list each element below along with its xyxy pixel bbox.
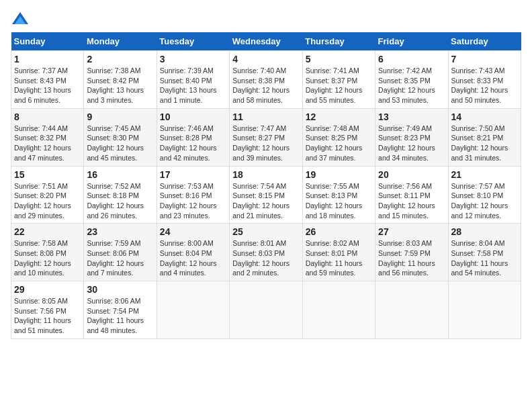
day-detail: Sunrise: 8:04 AMSunset: 7:58 PMDaylight:… xyxy=(451,238,518,278)
day-detail: Sunrise: 7:52 AMSunset: 8:18 PMDaylight:… xyxy=(87,181,153,221)
day-number: 27 xyxy=(378,226,445,237)
day-number: 2 xyxy=(87,54,153,64)
day-cell-4: 4Sunrise: 7:40 AMSunset: 8:38 PMDaylight… xyxy=(230,51,302,109)
calendar-table: SundayMondayTuesdayWednesdayThursdayFrid… xyxy=(11,32,521,339)
day-cell-14: 14Sunrise: 7:50 AMSunset: 8:21 PMDayligh… xyxy=(448,108,521,166)
day-cell-2: 2Sunrise: 7:38 AMSunset: 8:42 PMDaylight… xyxy=(84,51,157,109)
day-detail: Sunrise: 7:46 AMSunset: 8:28 PMDaylight:… xyxy=(160,124,226,163)
day-number: 17 xyxy=(160,169,226,180)
week-row-4: 22Sunrise: 7:58 AMSunset: 8:08 PMDayligh… xyxy=(11,224,521,281)
day-detail: Sunrise: 7:50 AMSunset: 8:21 PMDaylight:… xyxy=(451,124,518,163)
day-detail: Sunrise: 7:56 AMSunset: 8:11 PMDaylight:… xyxy=(378,181,445,221)
empty-cell xyxy=(302,281,375,339)
day-cell-23: 23Sunrise: 7:59 AMSunset: 8:06 PMDayligh… xyxy=(84,224,157,281)
day-detail: Sunrise: 7:38 AMSunset: 8:42 PMDaylight:… xyxy=(87,66,153,105)
day-cell-24: 24Sunrise: 8:00 AMSunset: 8:04 PMDayligh… xyxy=(157,224,229,281)
day-number: 16 xyxy=(87,169,153,180)
day-cell-15: 15Sunrise: 7:51 AMSunset: 8:20 PMDayligh… xyxy=(11,166,84,224)
day-number: 15 xyxy=(14,169,81,180)
day-detail: Sunrise: 8:01 AMSunset: 8:03 PMDaylight:… xyxy=(232,238,299,278)
empty-cell xyxy=(448,281,521,339)
day-detail: Sunrise: 7:53 AMSunset: 8:16 PMDaylight:… xyxy=(160,181,226,221)
col-header-thursday: Thursday xyxy=(302,32,375,51)
day-detail: Sunrise: 8:05 AMSunset: 7:56 PMDaylight:… xyxy=(14,296,81,336)
day-number: 30 xyxy=(87,284,153,295)
day-number: 3 xyxy=(160,54,226,64)
day-number: 8 xyxy=(14,111,81,122)
empty-cell xyxy=(230,281,302,339)
day-cell-5: 5Sunrise: 7:41 AMSunset: 8:37 PMDaylight… xyxy=(302,51,375,109)
day-number: 24 xyxy=(160,226,226,237)
day-cell-29: 29Sunrise: 8:05 AMSunset: 7:56 PMDayligh… xyxy=(11,281,84,339)
day-number: 4 xyxy=(232,54,299,64)
day-cell-18: 18Sunrise: 7:54 AMSunset: 8:15 PMDayligh… xyxy=(230,166,302,224)
day-number: 5 xyxy=(306,54,372,64)
col-header-friday: Friday xyxy=(375,32,448,51)
day-detail: Sunrise: 7:58 AMSunset: 8:08 PMDaylight:… xyxy=(14,238,81,278)
col-header-monday: Monday xyxy=(84,32,157,51)
day-cell-25: 25Sunrise: 8:01 AMSunset: 8:03 PMDayligh… xyxy=(230,224,302,281)
week-row-3: 15Sunrise: 7:51 AMSunset: 8:20 PMDayligh… xyxy=(11,166,521,224)
day-detail: Sunrise: 8:03 AMSunset: 7:59 PMDaylight:… xyxy=(378,238,445,278)
day-detail: Sunrise: 7:51 AMSunset: 8:20 PMDaylight:… xyxy=(14,181,81,221)
day-cell-13: 13Sunrise: 7:49 AMSunset: 8:23 PMDayligh… xyxy=(375,108,448,166)
header-row: SundayMondayTuesdayWednesdayThursdayFrid… xyxy=(11,32,521,51)
week-row-2: 8Sunrise: 7:44 AMSunset: 8:32 PMDaylight… xyxy=(11,108,521,166)
day-number: 21 xyxy=(451,169,518,180)
day-cell-22: 22Sunrise: 7:58 AMSunset: 8:08 PMDayligh… xyxy=(11,224,84,281)
day-cell-28: 28Sunrise: 8:04 AMSunset: 7:58 PMDayligh… xyxy=(448,224,521,281)
day-number: 20 xyxy=(378,169,445,180)
day-detail: Sunrise: 7:39 AMSunset: 8:40 PMDaylight:… xyxy=(160,66,226,105)
day-cell-17: 17Sunrise: 7:53 AMSunset: 8:16 PMDayligh… xyxy=(157,166,229,224)
day-cell-11: 11Sunrise: 7:47 AMSunset: 8:27 PMDayligh… xyxy=(230,108,302,166)
day-cell-12: 12Sunrise: 7:48 AMSunset: 8:25 PMDayligh… xyxy=(302,108,375,166)
empty-cell xyxy=(375,281,448,339)
day-number: 9 xyxy=(87,111,153,122)
day-detail: Sunrise: 7:54 AMSunset: 8:15 PMDaylight:… xyxy=(232,181,299,221)
week-row-1: 1Sunrise: 7:37 AMSunset: 8:43 PMDaylight… xyxy=(11,51,521,109)
day-detail: Sunrise: 7:44 AMSunset: 8:32 PMDaylight:… xyxy=(14,124,81,163)
day-number: 28 xyxy=(451,226,518,237)
day-detail: Sunrise: 7:40 AMSunset: 8:38 PMDaylight:… xyxy=(232,66,299,105)
day-cell-10: 10Sunrise: 7:46 AMSunset: 8:28 PMDayligh… xyxy=(157,108,229,166)
day-detail: Sunrise: 8:06 AMSunset: 7:54 PMDaylight:… xyxy=(87,296,153,336)
empty-cell xyxy=(157,281,229,339)
week-row-5: 29Sunrise: 8:05 AMSunset: 7:56 PMDayligh… xyxy=(11,281,521,339)
day-number: 26 xyxy=(306,226,372,237)
day-number: 19 xyxy=(306,169,372,180)
day-detail: Sunrise: 7:41 AMSunset: 8:37 PMDaylight:… xyxy=(306,66,372,105)
day-cell-1: 1Sunrise: 7:37 AMSunset: 8:43 PMDaylight… xyxy=(11,51,84,109)
day-cell-27: 27Sunrise: 8:03 AMSunset: 7:59 PMDayligh… xyxy=(375,224,448,281)
day-number: 6 xyxy=(378,54,445,64)
day-number: 22 xyxy=(14,226,81,237)
day-number: 25 xyxy=(232,226,299,237)
logo xyxy=(11,11,32,27)
logo-icon xyxy=(11,11,30,27)
day-number: 13 xyxy=(378,111,445,122)
day-cell-19: 19Sunrise: 7:55 AMSunset: 8:13 PMDayligh… xyxy=(302,166,375,224)
col-header-wednesday: Wednesday xyxy=(230,32,302,51)
day-number: 1 xyxy=(14,54,81,64)
day-number: 12 xyxy=(306,111,372,122)
day-number: 7 xyxy=(451,54,518,64)
day-detail: Sunrise: 7:37 AMSunset: 8:43 PMDaylight:… xyxy=(14,66,81,105)
day-number: 18 xyxy=(232,169,299,180)
day-number: 10 xyxy=(160,111,226,122)
day-number: 29 xyxy=(14,284,81,295)
day-cell-9: 9Sunrise: 7:45 AMSunset: 8:30 PMDaylight… xyxy=(84,108,157,166)
day-cell-3: 3Sunrise: 7:39 AMSunset: 8:40 PMDaylight… xyxy=(157,51,229,109)
day-detail: Sunrise: 7:48 AMSunset: 8:25 PMDaylight:… xyxy=(306,124,372,163)
col-header-tuesday: Tuesday xyxy=(157,32,229,51)
day-cell-26: 26Sunrise: 8:02 AMSunset: 8:01 PMDayligh… xyxy=(302,224,375,281)
day-cell-7: 7Sunrise: 7:43 AMSunset: 8:33 PMDaylight… xyxy=(448,51,521,109)
day-cell-6: 6Sunrise: 7:42 AMSunset: 8:35 PMDaylight… xyxy=(375,51,448,109)
day-detail: Sunrise: 7:59 AMSunset: 8:06 PMDaylight:… xyxy=(87,238,153,278)
day-cell-30: 30Sunrise: 8:06 AMSunset: 7:54 PMDayligh… xyxy=(84,281,157,339)
header xyxy=(11,11,521,27)
day-cell-16: 16Sunrise: 7:52 AMSunset: 8:18 PMDayligh… xyxy=(84,166,157,224)
day-detail: Sunrise: 7:45 AMSunset: 8:30 PMDaylight:… xyxy=(87,124,153,163)
day-number: 14 xyxy=(451,111,518,122)
col-header-sunday: Sunday xyxy=(11,32,84,51)
day-detail: Sunrise: 7:47 AMSunset: 8:27 PMDaylight:… xyxy=(232,124,299,163)
day-detail: Sunrise: 7:57 AMSunset: 8:10 PMDaylight:… xyxy=(451,181,518,221)
